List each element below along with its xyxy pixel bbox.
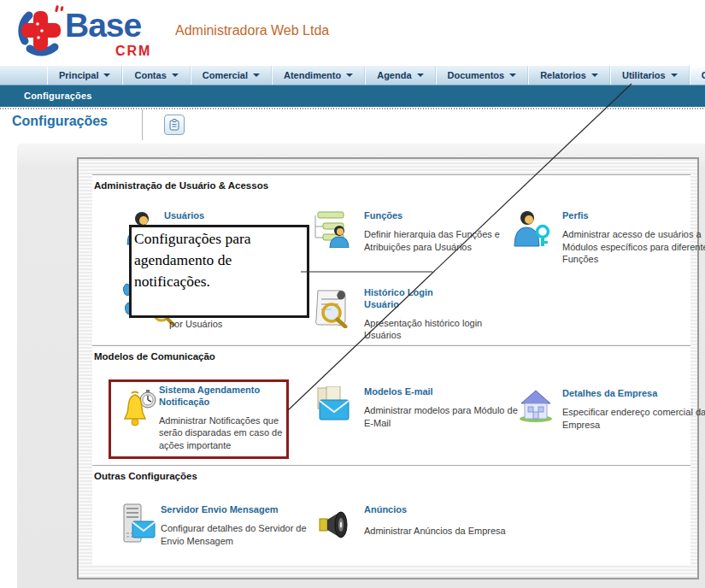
mail-server-icon <box>118 503 156 545</box>
item-desc: Apresentação histórico login Usuários <box>364 317 509 343</box>
tab-utilitarios[interactable]: Utilitarios <box>610 66 690 85</box>
basecrm-logo-icon <box>15 5 67 58</box>
tab-principal[interactable]: Principal <box>47 66 122 85</box>
item-title-link[interactable]: Modelos E-mail <box>364 386 482 398</box>
email-templates-icon <box>314 386 352 422</box>
roles-hierarchy-icon <box>311 210 354 248</box>
item-title-link[interactable]: Detalhes da Empresa <box>562 388 685 400</box>
chevron-down-icon <box>591 74 598 77</box>
item-obscured-fragment[interactable]: por Usuários <box>169 318 222 331</box>
tab-contas[interactable]: Contas <box>122 66 190 85</box>
item-desc: Administrar Notificações que serão dispa… <box>159 415 284 453</box>
tab-atendimento[interactable]: Atendimento <box>272 66 365 85</box>
item-desc: Definir hierarquia das Funções e Atribui… <box>364 228 514 254</box>
chevron-down-icon <box>103 74 110 77</box>
item-desc-fragment: por Usuários <box>169 319 222 329</box>
tab-comercial[interactable]: Comercial <box>191 66 272 85</box>
dotted-divider <box>0 108 705 109</box>
item-title-link[interactable]: Histórico Login Usuário <box>364 287 470 311</box>
profile-key-icon <box>513 210 552 248</box>
announcements-icon <box>318 511 352 538</box>
chevron-down-icon <box>346 74 353 77</box>
company-name: Administradora Web Ltda <box>175 23 329 38</box>
title-separator <box>142 109 143 140</box>
annotation-callout: Configurações para agendamento de notifi… <box>129 225 309 318</box>
section-title: Modelos de Comunicação <box>92 346 690 362</box>
chevron-down-icon <box>253 74 260 77</box>
tab-relatorios[interactable]: Relatorios <box>528 66 610 85</box>
company-house-icon <box>518 388 554 422</box>
logo-text: Base <box>65 7 141 44</box>
chevron-down-icon <box>172 74 179 77</box>
section-title: Administração de Usuário & Acessos <box>92 175 690 191</box>
section-title: Outras Configurações <box>92 466 690 481</box>
item-historico-login[interactable]: Histórico Login Usuário Apresentação his… <box>311 287 470 342</box>
item-modelos-email[interactable]: Modelos E-mail Administrar modelos para … <box>314 386 482 429</box>
page-title: Configurações <box>12 114 108 129</box>
logo-sub-text: CRM <box>115 44 151 59</box>
tab-agenda[interactable]: Agenda <box>365 66 435 85</box>
item-desc: Administrar modelos para Módulo de E-Mai… <box>364 404 526 430</box>
item-desc: Administrar Anúncios da Empresa <box>364 525 543 538</box>
tab-documentos[interactable]: Documentos <box>436 66 529 85</box>
item-funcoes[interactable]: Funções Definir hierarquia das Funções e… <box>311 210 470 253</box>
app-logo: Base CRM <box>12 3 174 62</box>
item-desc: Especificar endereço comercial da Empres… <box>562 406 705 432</box>
item-title-link[interactable]: Anúncios <box>364 504 504 516</box>
item-desc: Configurar detalhes do Servidor de Envio… <box>161 522 321 548</box>
chevron-down-icon <box>671 74 678 77</box>
item-sistema-agendamento-notificacao[interactable]: Sistema Agendamento Notificação Administ… <box>120 385 283 452</box>
item-title-link[interactable]: Perfis <box>562 210 680 222</box>
clipboard-icon <box>169 119 179 131</box>
breadcrumb-bar: Configurações <box>0 85 705 107</box>
item-desc: Administrar acesso de usuários a Módulos… <box>562 228 705 267</box>
tab-configuracoes[interactable]: Configurações <box>690 66 705 85</box>
item-perfis[interactable]: Perfis Administrar acesso de usuários a … <box>513 210 680 266</box>
item-usuarios[interactable]: Usuários <box>123 210 268 222</box>
main-nav: Principal Contas Comercial Atendimento A… <box>0 66 705 85</box>
item-servidor-envio-mensagem[interactable]: Servidor Envio Mensagem Configurar detal… <box>118 504 289 547</box>
login-history-icon <box>311 287 350 328</box>
item-title-link[interactable]: Sistema Agendamento Notificação <box>159 385 279 409</box>
item-anuncios[interactable]: Anúncios Administrar Anúncios da Empresa <box>316 504 504 538</box>
clipboard-shortcut-button[interactable] <box>164 115 185 135</box>
item-title-link[interactable]: Funções <box>364 210 470 222</box>
notification-bell-icon <box>120 390 158 429</box>
breadcrumb[interactable]: Configurações <box>24 91 92 101</box>
settings-panel: Administração de Usuário & Acessos Model… <box>77 157 699 579</box>
chevron-down-icon <box>509 74 516 77</box>
item-title-link[interactable]: Servidor Envio Mensagem <box>161 504 289 516</box>
item-title-link[interactable]: Usuários <box>164 210 268 222</box>
callout-text: Configurações para agendamento de notifi… <box>134 230 251 290</box>
item-detalhes-empresa[interactable]: Detalhes da Empresa Especificar endereço… <box>518 388 685 431</box>
chevron-down-icon <box>417 74 424 77</box>
